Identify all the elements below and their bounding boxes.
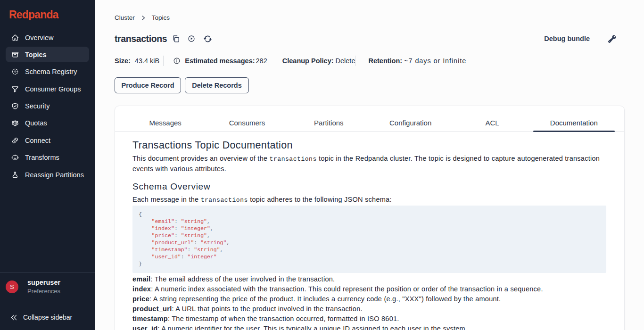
svg-text:Redpanda: Redpanda — [9, 10, 59, 20]
